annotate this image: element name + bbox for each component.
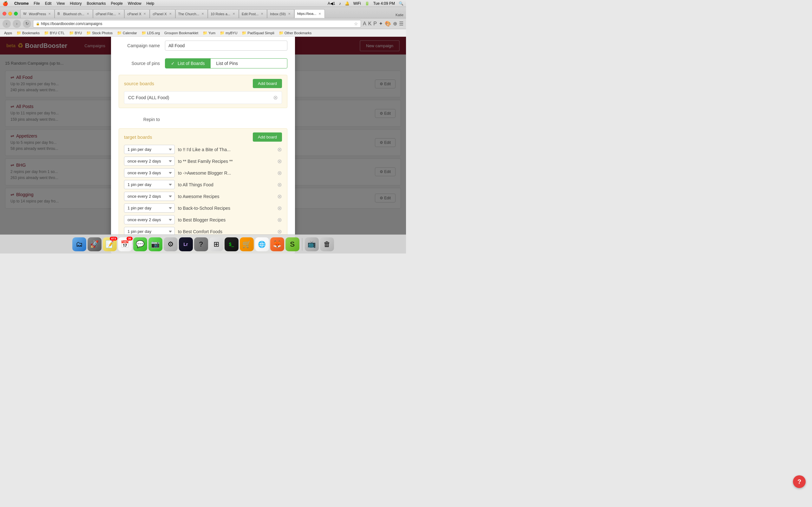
dock-settings[interactable]: ⚙	[164, 237, 177, 251]
tab-bluehost[interactable]: B Bluehost ch... ✕	[55, 9, 93, 18]
search-icon[interactable]: 🔍	[399, 1, 403, 6]
menu-edit[interactable]: Edit	[45, 1, 52, 6]
tab-inbox[interactable]: Inbox (59) ✕	[267, 9, 294, 18]
bm-mybyu[interactable]: 📁myBYU	[218, 30, 239, 36]
frequency-select-1[interactable]: once every 2 days 1 pin per day once eve…	[124, 157, 175, 166]
menu-history[interactable]: History	[70, 1, 82, 6]
frequency-select-6[interactable]: once every 2 days 1 pin per day once eve…	[124, 215, 175, 224]
dock-trash[interactable]: 🗑	[320, 237, 334, 251]
remove-target-icon-7[interactable]: ⊗	[277, 228, 282, 235]
bookmark-star-icon[interactable]: ☆	[354, 21, 358, 26]
remove-target-icon-6[interactable]: ⊗	[277, 216, 282, 223]
add-source-board-button[interactable]: Add board	[253, 79, 282, 88]
add-target-board-button[interactable]: Add board	[253, 132, 282, 142]
menu-bookmarks[interactable]: Bookmarks	[87, 1, 106, 6]
campaign-name-input[interactable]	[165, 41, 287, 51]
dock-chrome[interactable]: 🌐	[255, 237, 269, 251]
tab-wordpress[interactable]: W WordPress ✕	[20, 9, 55, 18]
tab-close-icon[interactable]: ✕	[287, 12, 292, 16]
bm-label: Yum	[208, 31, 215, 35]
list-of-pins-toggle[interactable]: List of Pins	[211, 59, 244, 68]
tab-label: cPanel X	[153, 12, 166, 16]
remove-source-board-icon[interactable]: ⊗	[273, 94, 278, 101]
refresh-button[interactable]: ↻	[23, 20, 31, 28]
frequency-select-5[interactable]: 1 pin per day once every 2 days once eve…	[124, 204, 175, 213]
dock-finder[interactable]: 🗂	[72, 237, 86, 251]
extension-icon-4[interactable]: 🎨	[385, 20, 391, 26]
menu-people[interactable]: People	[111, 1, 123, 6]
target-row: once every 2 days 1 pin per day once eve…	[124, 192, 282, 201]
bm-byuctl[interactable]: 📁BYU CTL	[43, 30, 66, 36]
frequency-select-4[interactable]: once every 2 days 1 pin per day once eve…	[124, 192, 175, 201]
dock-terminal[interactable]: $_	[224, 237, 239, 251]
bm-lds[interactable]: 📁LDS.org	[140, 30, 161, 36]
dock-lightroom[interactable]: Lr	[179, 237, 193, 251]
bm-padsquad[interactable]: 📁PadSquad Simpli	[240, 30, 275, 36]
tab-cpanel1[interactable]: cPanel File... ✕	[93, 9, 125, 18]
list-of-boards-toggle[interactable]: ✓ List of Boards	[165, 59, 211, 68]
bm-stockphotos[interactable]: 📁Stock Photos	[85, 30, 114, 36]
adobe-addr-icon[interactable]: A	[363, 21, 366, 26]
maximize-button[interactable]	[14, 12, 18, 15]
dock-firefox[interactable]: 🦊	[270, 237, 284, 251]
tab-close-icon[interactable]: ✕	[232, 12, 236, 16]
dock-unknown2[interactable]: 📺	[305, 237, 319, 251]
url-bar[interactable]: 🔒 https://boardbooster.com/campaigns ☆	[33, 20, 361, 27]
dock-facetime[interactable]: 📷	[148, 237, 162, 251]
chrome-menu-icon[interactable]: ☰	[399, 20, 403, 26]
tab-editpost[interactable]: Edit Post... ✕	[239, 9, 267, 18]
menu-view[interactable]: View	[56, 1, 65, 6]
bm-apps[interactable]: Apps	[3, 31, 14, 36]
dock-notes[interactable]: 📝 873	[103, 237, 117, 251]
tab-close-icon[interactable]: ✕	[47, 12, 52, 16]
tab-close-icon[interactable]: ✕	[142, 12, 147, 16]
dock-calendar[interactable]: 📅 30	[118, 237, 132, 251]
menu-window[interactable]: Window	[128, 1, 142, 6]
menu-help[interactable]: Help	[147, 1, 154, 6]
menu-chrome[interactable]: Chrome	[14, 1, 29, 6]
tab-boardbooster[interactable]: https://boa... ✕	[294, 9, 325, 18]
forward-button[interactable]: ›	[13, 20, 21, 28]
remove-target-icon-3[interactable]: ⊗	[277, 181, 282, 188]
dock-grid[interactable]: ⊞	[209, 237, 223, 251]
dock-stickies[interactable]: S	[286, 237, 299, 251]
target-board-label-1: to ** Best Family Recipes **	[178, 159, 274, 164]
bm-groupon[interactable]: Groupon Bookmarklet	[163, 31, 200, 36]
frequency-select-0[interactable]: 1 pin per day once every 2 days once eve…	[124, 145, 175, 154]
tab-close-icon[interactable]: ✕	[200, 12, 205, 16]
dock-unknown1[interactable]: ?	[194, 237, 208, 251]
tab-cpanel3[interactable]: cPanel X ✕	[150, 9, 175, 18]
extension-icon-3[interactable]: ✦	[379, 20, 383, 26]
tab-10roles[interactable]: 10 Roles a... ✕	[208, 9, 239, 18]
dock-launchpad[interactable]: 🚀	[88, 237, 101, 251]
tab-close-icon[interactable]: ✕	[317, 12, 322, 16]
back-button[interactable]: ‹	[3, 20, 11, 28]
minimize-button[interactable]	[8, 12, 12, 15]
remove-target-icon-1[interactable]: ⊗	[277, 158, 282, 165]
bm-yum[interactable]: 📁Yum	[201, 30, 217, 36]
remove-target-icon-2[interactable]: ⊗	[277, 170, 282, 176]
tab-close-icon[interactable]: ✕	[117, 12, 121, 16]
tab-close-icon[interactable]: ✕	[86, 12, 90, 16]
extension-icon-1[interactable]: K	[368, 21, 372, 26]
apple-menu[interactable]: 🍎	[3, 1, 8, 6]
menu-file[interactable]: File	[34, 1, 40, 6]
dock-messages[interactable]: 💬	[133, 237, 147, 251]
frequency-select-3[interactable]: 1 pin per day once every 2 days once eve…	[124, 180, 175, 189]
frequency-select-2[interactable]: once every 3 days 1 pin per day once eve…	[124, 168, 175, 177]
tab-close-icon[interactable]: ✕	[168, 12, 172, 16]
remove-target-icon-0[interactable]: ⊗	[277, 146, 282, 153]
tab-close-icon[interactable]: ✕	[260, 12, 264, 16]
dock-amazon[interactable]: 🛒	[240, 237, 254, 251]
extension-icon-2[interactable]: P	[373, 21, 377, 26]
tab-church[interactable]: The Church... ✕	[175, 9, 208, 18]
bm-byu[interactable]: 📁BYU	[67, 30, 84, 36]
tab-cpanel2[interactable]: cPanel X ✕	[124, 9, 150, 18]
remove-target-icon-5[interactable]: ⊗	[277, 205, 282, 212]
extension-icon-5[interactable]: ⊕	[393, 20, 397, 26]
remove-target-icon-4[interactable]: ⊗	[277, 193, 282, 200]
bm-other[interactable]: 📁Other Bookmarks	[277, 30, 313, 36]
close-button[interactable]	[3, 12, 6, 15]
bm-calendar[interactable]: 📁Calendar	[115, 30, 139, 36]
bm-bookmarks[interactable]: 📁Bookmarks	[15, 30, 41, 36]
